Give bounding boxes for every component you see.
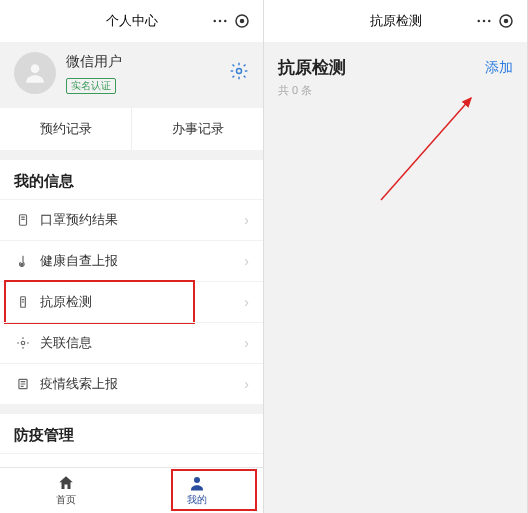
item-antigen-test[interactable]: 抗原检测 › [0,281,263,322]
close-target-icon [233,12,251,30]
annotation-arrow-icon [371,90,491,210]
thermometer-icon [14,254,32,268]
mask-icon [14,213,32,227]
item-label: 抗原检测 [40,293,244,311]
link-icon [14,336,32,350]
close-target-icon [497,12,515,30]
item-mask-result[interactable]: 口罩预约结果 › [0,199,263,240]
header-bar: 个人中心 [0,0,263,42]
menu-dots-icon [475,12,493,30]
count-label: 共 0 条 [278,83,346,98]
chevron-right-icon: › [244,212,249,228]
svg-point-6 [237,69,242,74]
header-bar: 抗原检测 [264,0,527,42]
item-related-info[interactable]: 关联信息 › [0,322,263,363]
page-title: 抗原检测 [370,12,422,30]
record-tabs: 预约记录 办事记录 [0,108,263,150]
chevron-right-icon: › [244,253,249,269]
detail-title: 抗原检测 [278,56,346,79]
svg-line-19 [381,98,471,200]
my-info-section: 我的信息 口罩预约结果 › 健康自查上报 › 抗原检测 › 关联信息 › 疫情线… [0,160,263,404]
profile-name: 微信用户 [66,53,229,71]
test-icon [14,295,32,309]
item-epidemic-clue[interactable]: 疫情线索上报 › [0,363,263,404]
svg-point-1 [219,20,222,23]
nav-home[interactable]: 首页 [0,468,132,513]
nav-label: 首页 [56,493,76,507]
avatar [14,52,56,94]
item-label: 关联信息 [40,334,244,352]
svg-point-4 [241,20,244,23]
svg-point-18 [505,20,508,23]
svg-point-16 [488,20,491,23]
chevron-right-icon: › [244,294,249,310]
verify-badge: 实名认证 [66,78,116,94]
bottom-nav: 首页 我的 [0,467,263,513]
chevron-right-icon: › [244,335,249,351]
svg-point-14 [477,20,480,23]
page-title: 个人中心 [106,12,158,30]
svg-point-0 [213,20,216,23]
svg-point-5 [31,64,40,73]
menu-dots-icon [211,12,229,30]
detail-header: 抗原检测 共 0 条 添加 [264,42,527,102]
svg-point-15 [483,20,486,23]
capsule-menu[interactable] [469,10,521,32]
item-health-report[interactable]: 健康自查上报 › [0,240,263,281]
nav-mine[interactable]: 我的 [132,468,264,513]
report-icon [14,377,32,391]
capsule-menu[interactable] [205,10,257,32]
section-title: 我的信息 [0,160,263,199]
add-link[interactable]: 添加 [485,56,513,77]
svg-point-2 [224,20,227,23]
tab-service-records[interactable]: 办事记录 [132,108,263,150]
item-label: 健康自查上报 [40,252,244,270]
svg-point-8 [21,263,23,265]
tab-reservation-records[interactable]: 预约记录 [0,108,132,150]
chevron-right-icon: › [244,376,249,392]
svg-point-10 [21,341,25,345]
nav-label: 我的 [187,493,207,507]
item-label: 口罩预约结果 [40,211,244,229]
settings-gear-icon[interactable] [229,61,249,85]
section-title: 防疫管理 [0,414,263,453]
profile-row[interactable]: 微信用户 实名认证 [0,42,263,108]
left-screen: 个人中心 微信用户 实名认证 预约记录 办事记录 我的信息 口罩预约结果 [0,0,264,513]
svg-point-13 [194,477,200,483]
right-screen: 抗原检测 抗原检测 共 0 条 添加 [264,0,528,513]
item-label: 疫情线索上报 [40,375,244,393]
profile-info: 微信用户 实名认证 [66,53,229,94]
